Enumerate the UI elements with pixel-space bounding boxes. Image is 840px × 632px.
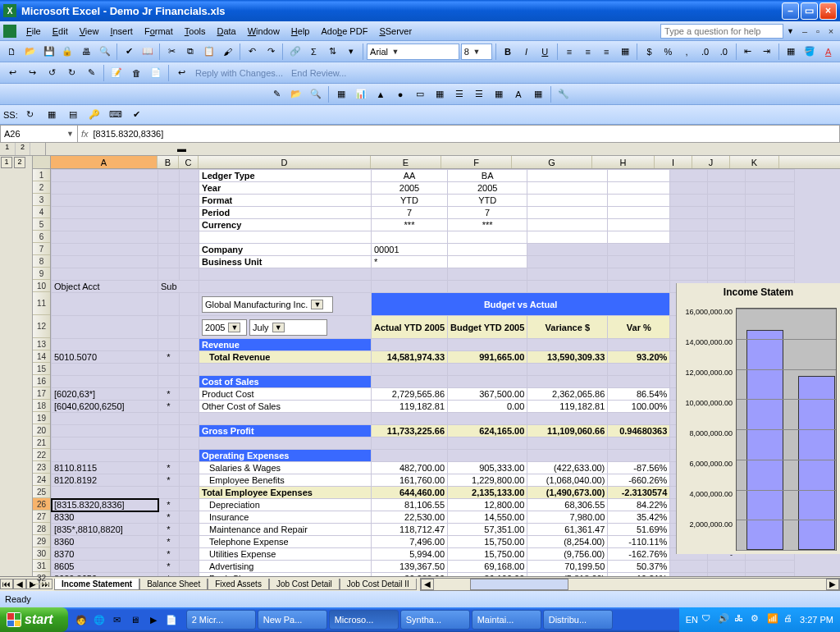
rev-icon-3[interactable]: ↺	[43, 64, 61, 82]
print-icon[interactable]: 🖶	[78, 43, 95, 61]
font-name-combo[interactable]: Arial▼	[367, 44, 459, 60]
col-header-k[interactable]: K	[730, 156, 779, 168]
font-size-combo[interactable]: 8▼	[461, 44, 492, 60]
maximize-button[interactable]: ▭	[801, 2, 818, 20]
col-header-e[interactable]: E	[371, 156, 441, 168]
row-header-14[interactable]: 14	[33, 350, 50, 363]
workbook-icon[interactable]	[3, 25, 16, 38]
start-button[interactable]: start	[0, 607, 68, 632]
ct-icon-14[interactable]: ▦	[529, 85, 547, 103]
row-header-4[interactable]: 4	[33, 206, 50, 218]
redo-icon[interactable]: ↷	[262, 43, 280, 61]
row-header-28[interactable]: 28	[33, 523, 50, 535]
taskbar-button[interactable]: 2 Micr...	[186, 610, 256, 630]
rev-icon-8[interactable]: 📄	[147, 64, 165, 82]
scroll-thumb[interactable]	[470, 579, 568, 590]
save-icon[interactable]: 💾	[40, 43, 57, 61]
mdi-close[interactable]: ×	[825, 25, 837, 37]
chart-area[interactable]: Income Statem 16,000,000.0014,000,000.00…	[676, 283, 840, 554]
formula-value[interactable]: [8315.8320,8336]	[94, 129, 164, 139]
minimize-button[interactable]: –	[782, 2, 799, 20]
row-header-17[interactable]: 17	[33, 387, 50, 400]
menu-edit[interactable]: Edit	[48, 25, 73, 38]
year-dropdown[interactable]: 2005▼	[202, 319, 247, 336]
taskbar-button[interactable]: Maintai...	[472, 610, 541, 630]
ct-icon-1[interactable]: ✎	[267, 85, 285, 103]
row-header-13[interactable]: 13	[33, 338, 50, 350]
mdi-restore[interactable]: ▫	[812, 25, 824, 37]
sheet-tab[interactable]: Income Statement	[54, 579, 139, 590]
align-left-icon[interactable]: ≡	[561, 43, 578, 61]
ct-icon-6[interactable]: ▲	[372, 85, 390, 103]
row-header-18[interactable]: 18	[33, 400, 50, 412]
ct-icon-10[interactable]: ☰	[450, 85, 468, 103]
scroll-left-arrow[interactable]: ◀	[421, 579, 434, 590]
rev-icon-6[interactable]: 📝	[107, 64, 126, 82]
row-header-22[interactable]: 22	[33, 449, 50, 461]
taskbar-button[interactable]: Syntha...	[400, 610, 470, 630]
outline-collapse-icon[interactable]: ▬	[177, 144, 186, 153]
align-right-icon[interactable]: ≡	[598, 43, 615, 61]
select-all-corner[interactable]	[33, 156, 51, 168]
ss-refresh-icon[interactable]: ↻	[21, 106, 39, 124]
ct-icon-2[interactable]: 📂	[287, 85, 305, 103]
fx-icon[interactable]: fx	[81, 129, 89, 139]
end-review[interactable]: End Review...	[288, 68, 349, 78]
ss-grid-icon[interactable]: ▦	[43, 106, 61, 124]
hyperlink-icon[interactable]: 🔗	[286, 43, 304, 61]
row-header-29[interactable]: 29	[33, 535, 50, 547]
row-header-19[interactable]: 19	[33, 412, 50, 424]
row-header-11[interactable]: 11	[33, 292, 50, 315]
research-icon[interactable]: 📖	[139, 43, 157, 61]
row-header-8[interactable]: 8	[33, 255, 50, 268]
mdi-minimize[interactable]: –	[799, 25, 810, 37]
menu-file[interactable]: File	[21, 25, 46, 38]
row-header-16[interactable]: 16	[33, 375, 50, 387]
tray-icon-2[interactable]: 🔊	[718, 613, 731, 626]
format-painter-icon[interactable]: 🖌	[219, 43, 236, 61]
percent-icon[interactable]: %	[660, 43, 677, 61]
row-outline-2[interactable]: 2	[14, 157, 25, 168]
row-header-20[interactable]: 20	[33, 424, 50, 437]
spelling-icon[interactable]: ✔	[121, 43, 138, 61]
month-dropdown[interactable]: July▼	[249, 319, 327, 336]
ct-icon-7[interactable]: ●	[391, 85, 409, 103]
tray-icon-4[interactable]: ⚙	[751, 613, 764, 626]
increase-decimal-icon[interactable]: .0	[696, 43, 714, 61]
undo-icon[interactable]: ↶	[244, 43, 261, 61]
sheet-tab[interactable]: Fixed Assets	[208, 579, 269, 590]
menu-insert[interactable]: Insert	[105, 25, 138, 38]
comma-icon[interactable]: ,	[678, 43, 696, 61]
col-header-j[interactable]: J	[692, 156, 730, 168]
tray-icon-5[interactable]: 📶	[767, 613, 780, 626]
company-dropdown[interactable]: Global Manufacturing Inc.▼	[202, 296, 333, 313]
ss-key-icon[interactable]: 🔑	[85, 106, 103, 124]
fill-color-icon[interactable]: 🪣	[801, 43, 819, 61]
row-header-1[interactable]: 1	[33, 169, 50, 181]
taskbar-button[interactable]: Distribu...	[543, 610, 613, 630]
menu-window[interactable]: Window	[243, 25, 285, 38]
ct-icon-8[interactable]: ▭	[411, 85, 429, 103]
col-header-i[interactable]: I	[655, 156, 692, 168]
taskbar-button[interactable]: New Pa...	[258, 610, 327, 630]
close-button[interactable]: ×	[819, 2, 837, 20]
ct-icon-5[interactable]: 📊	[352, 85, 370, 103]
sheet-tab[interactable]: Balance Sheet	[139, 579, 208, 590]
currency-icon[interactable]: $	[641, 43, 658, 61]
row-header-15[interactable]: 15	[33, 363, 50, 375]
row-header-32[interactable]: 32	[33, 572, 50, 584]
permission-icon[interactable]: 🔒	[59, 43, 76, 61]
col-outline-2[interactable]: 2	[16, 143, 31, 155]
chevron-down-icon[interactable]: ▼	[390, 48, 401, 56]
col-header-a[interactable]: A	[51, 156, 158, 168]
row-outline-1[interactable]: 1	[1, 157, 12, 168]
col-header-c[interactable]: C	[179, 156, 199, 168]
tab-nav-first[interactable]: ⏮	[0, 579, 13, 589]
rev-icon-1[interactable]: ↩	[3, 64, 21, 82]
sheet-tab[interactable]: Job Cost Detail II	[340, 579, 417, 590]
row-header-6[interactable]: 6	[33, 231, 50, 243]
borders-icon[interactable]: ▦	[783, 43, 800, 61]
ct-icon-9[interactable]: ▦	[431, 85, 449, 103]
decrease-decimal-icon[interactable]: .0	[715, 43, 733, 61]
tray-icon-6[interactable]: 🖨	[783, 613, 797, 626]
